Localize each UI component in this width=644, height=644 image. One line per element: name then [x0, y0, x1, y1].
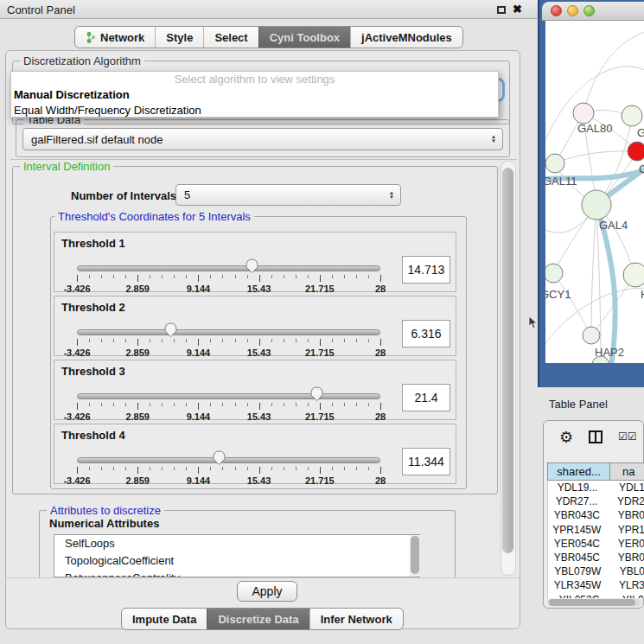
- close-traffic-light[interactable]: [551, 5, 562, 16]
- columns-icon[interactable]: [589, 430, 603, 443]
- slider-thumb[interactable]: [212, 450, 226, 466]
- table-cell-name[interactable]: YDL1: [607, 481, 644, 494]
- tick-mark: [222, 403, 223, 406]
- table-row[interactable]: YDL19...YDL1: [548, 481, 644, 494]
- slider-thumb[interactable]: [163, 322, 178, 338]
- slider-thumb[interactable]: [245, 258, 259, 274]
- table-cell-shared-name[interactable]: YER054C: [548, 537, 606, 551]
- tab-label: Select: [214, 31, 247, 44]
- table-data-combobox[interactable]: galFiltered.sif default node ▲▼: [22, 128, 503, 150]
- table-row[interactable]: YDR27...YDR2: [548, 494, 644, 508]
- table-header-shared[interactable]: shared...: [548, 463, 610, 480]
- table-cell-shared-name[interactable]: YBL079W: [548, 564, 608, 578]
- numerical-attributes-list[interactable]: SelfLoopsTopologicalCoefficientBetweenne…: [54, 534, 420, 577]
- network-node-ga[interactable]: [622, 105, 642, 126]
- minimize-traffic-light[interactable]: [567, 5, 578, 16]
- network-node-c[interactable]: [628, 142, 644, 161]
- network-node-hap2[interactable]: [583, 327, 600, 344]
- threshold-value-box[interactable]: 6.316: [402, 320, 450, 348]
- table-cell-name[interactable]: YPR1: [606, 523, 644, 537]
- tab-jactivemnodules[interactable]: jActiveMNodules: [350, 27, 462, 48]
- tick-mark: [137, 467, 138, 474]
- close-icon[interactable]: ✖: [513, 3, 522, 16]
- table-cell-name[interactable]: YLR3: [607, 578, 644, 592]
- table-row[interactable]: YBR043CYBR0: [548, 508, 644, 522]
- network-node-gal4[interactable]: [582, 190, 611, 220]
- threshold-row: Threshold 2 6.316 -3.4262.8599.14415.432…: [54, 296, 456, 356]
- slider-track[interactable]: [77, 265, 380, 271]
- attributes-scrollbar-thumb[interactable]: [411, 536, 419, 574]
- attributes-group-title: Attributes to discretize: [47, 504, 164, 517]
- zoom-traffic-light[interactable]: [583, 5, 595, 16]
- table-cell-shared-name[interactable]: YLR345W: [548, 578, 607, 592]
- table-header-row: shared... na: [547, 462, 644, 481]
- table-cell-name[interactable]: YER0: [606, 537, 644, 551]
- table-cell-name[interactable]: YBL0: [608, 564, 644, 578]
- table-cell-name[interactable]: YDR2: [605, 494, 644, 508]
- threshold-value-box[interactable]: 14.713: [402, 256, 450, 284]
- table-row[interactable]: YBR045CYBR0: [548, 551, 644, 564]
- tab-discretize-data[interactable]: Discretize Data: [207, 609, 309, 629]
- main-vertical-scrollbar-thumb[interactable]: [502, 168, 513, 553]
- threshold-row: Threshold 3 21.4 -3.4262.8599.14415.4321…: [54, 360, 456, 420]
- network-node-h[interactable]: [623, 263, 644, 287]
- table-cell-name[interactable]: YBR0: [606, 551, 644, 564]
- algorithm-popup-prompt[interactable]: Select algorithm to view settings: [11, 72, 498, 87]
- tick-mark: [174, 275, 175, 278]
- table-cell-shared-name[interactable]: YPR145W: [548, 523, 606, 537]
- tab-infer-network[interactable]: Infer Network: [309, 609, 403, 629]
- number-of-intervals-combobox[interactable]: 5 ▲▼: [175, 184, 401, 206]
- table-row[interactable]: YPR145WYPR1: [548, 523, 644, 537]
- attribute-list-item[interactable]: SelfLoops: [54, 535, 419, 552]
- tick-mark: [259, 403, 260, 410]
- attribute-list-item[interactable]: BetweennessCentrality: [54, 570, 419, 577]
- network-edge: [591, 205, 596, 335]
- tick-mark: [174, 467, 175, 470]
- scale-label: -3.426: [63, 284, 90, 294]
- tick-mark: [125, 339, 126, 342]
- tab-select[interactable]: Select: [203, 27, 258, 48]
- apply-button[interactable]: Apply: [237, 581, 297, 602]
- table-cell-name[interactable]: YBR0: [606, 508, 644, 522]
- tick-mark: [89, 467, 90, 470]
- slider-track[interactable]: [77, 329, 380, 335]
- tick-mark: [332, 275, 333, 278]
- threshold-value-box[interactable]: 21.4: [402, 384, 450, 411]
- table-row[interactable]: YLR345WYLR3: [548, 578, 644, 592]
- attribute-list-item[interactable]: TopologicalCoefficient: [54, 552, 419, 570]
- tick-mark: [150, 339, 150, 342]
- tab-cyni-toolbox[interactable]: Cyni Toolbox: [258, 27, 350, 48]
- slider-track[interactable]: [77, 393, 380, 399]
- network-graph: GAL80GACGAL11GAL4GCY1HHAP2: [545, 21, 644, 363]
- attributes-scrollbar-track[interactable]: [410, 535, 420, 577]
- table-hscrollbar-track[interactable]: [547, 599, 641, 606]
- network-canvas[interactable]: GAL80GACGAL11GAL4GCY1HHAP2: [545, 21, 644, 363]
- slider-thumb[interactable]: [309, 386, 324, 402]
- slider-track[interactable]: [77, 457, 380, 463]
- table-cell-shared-name[interactable]: YBR043C: [548, 508, 606, 522]
- threshold-value-box[interactable]: 11.344: [402, 448, 450, 475]
- table-cell-shared-name[interactable]: YDL19...: [548, 481, 607, 494]
- network-node-gal80[interactable]: [573, 103, 594, 124]
- tab-style[interactable]: Style: [155, 27, 203, 48]
- table-row[interactable]: YER054CYER0: [548, 537, 644, 551]
- algorithm-option[interactable]: Equal Width/Frequency Discretization: [11, 103, 498, 118]
- table-cell-name[interactable]: YIL0: [610, 593, 644, 599]
- checkboxes-icon[interactable]: ☑☑: [618, 430, 637, 443]
- table-row[interactable]: YBL079WYBL0: [548, 564, 644, 578]
- scale-label: 15.43: [247, 284, 271, 294]
- tab-network[interactable]: Network: [75, 27, 155, 48]
- table-cell-shared-name[interactable]: YIL052C: [548, 593, 610, 599]
- table-cell-shared-name[interactable]: YBR045C: [548, 551, 606, 564]
- gear-icon[interactable]: ⚙: [559, 428, 573, 447]
- algorithm-option[interactable]: Manual Discretization: [11, 87, 498, 103]
- float-window-icon[interactable]: [497, 6, 506, 14]
- network-node-gal11[interactable]: [545, 154, 564, 173]
- table-hscrollbar-thumb[interactable]: [549, 599, 635, 606]
- network-node-gcy1[interactable]: [545, 264, 563, 283]
- table-cell-shared-name[interactable]: YDR27...: [548, 494, 605, 508]
- table-row[interactable]: YIL052CYIL0: [548, 593, 644, 599]
- tick-mark: [332, 339, 333, 342]
- table-header-name[interactable]: na: [610, 463, 644, 480]
- tab-impute-data[interactable]: Impute Data: [122, 609, 207, 629]
